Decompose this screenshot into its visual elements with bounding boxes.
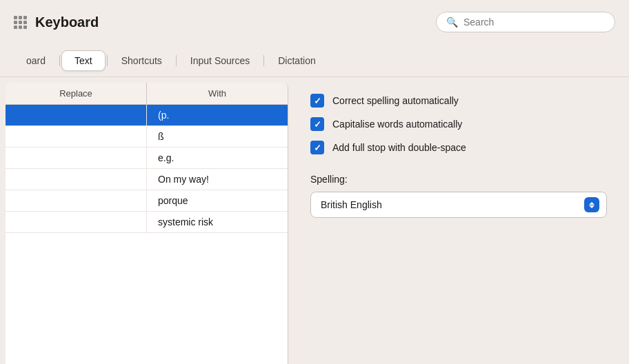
table-row[interactable]: (p.: [6, 105, 288, 126]
table-row[interactable]: ß: [6, 126, 288, 148]
cell-replace: [6, 190, 147, 211]
tab-separator-4: [263, 55, 264, 66]
tab-shortcuts[interactable]: Shortcuts: [109, 51, 174, 70]
header-left: Keyboard: [14, 14, 99, 30]
table-row[interactable]: porque: [6, 190, 288, 212]
tab-dictation[interactable]: Dictation: [266, 51, 328, 70]
table-row[interactable]: systemic risk: [6, 212, 288, 233]
tab-separator-2: [107, 55, 108, 66]
checkboxes-section: Correct spelling automatically Capitalis…: [310, 94, 607, 154]
checkbox-full-stop[interactable]: Add full stop with double-space: [310, 141, 607, 154]
cell-with: (p.: [147, 105, 288, 125]
spelling-section: Spelling: British English: [310, 174, 607, 218]
text-replacement-table: Replace With (p. ß e.g. On my way!: [6, 83, 288, 364]
checkbox-capitalise-words-box[interactable]: [310, 117, 324, 131]
grid-icon[interactable]: [14, 16, 27, 29]
cell-with: e.g.: [147, 148, 288, 168]
cell-replace: [6, 126, 147, 147]
search-box[interactable]: 🔍: [436, 12, 615, 32]
checkbox-full-stop-box[interactable]: [310, 141, 324, 154]
right-panel: Correct spelling automatically Capitalis…: [288, 77, 629, 364]
checkbox-correct-spelling-box[interactable]: [310, 94, 324, 108]
table-header: Replace With: [6, 83, 288, 105]
cell-with: ß: [147, 126, 288, 147]
cell-replace: [6, 212, 147, 232]
tab-text[interactable]: Text: [61, 50, 106, 71]
cell-with: On my way!: [147, 169, 288, 190]
spelling-value: British English: [321, 199, 382, 210]
checkbox-capitalise-words[interactable]: Capitalise words automatically: [310, 117, 607, 131]
cell-replace: [6, 148, 147, 168]
tab-bar: oard Text Shortcuts Input Sources Dictat…: [0, 44, 629, 77]
page-title: Keyboard: [35, 14, 99, 30]
spelling-dropdown[interactable]: British English: [310, 192, 607, 218]
cell-replace: [6, 169, 147, 190]
arrow-down-icon: [589, 205, 595, 208]
checkbox-full-stop-label: Add full stop with double-space: [332, 142, 466, 153]
tab-separator-3: [176, 55, 177, 66]
tab-keyboard[interactable]: oard: [14, 51, 58, 70]
checkbox-capitalise-words-label: Capitalise words automatically: [332, 119, 462, 130]
dropdown-arrows-icon: [584, 197, 599, 212]
tab-input-sources[interactable]: Input Sources: [178, 51, 262, 70]
arrow-up-icon: [589, 202, 595, 205]
table-row[interactable]: e.g.: [6, 148, 288, 169]
checkbox-correct-spelling[interactable]: Correct spelling automatically: [310, 94, 607, 108]
table-rows: (p. ß e.g. On my way! porque systemic ri…: [6, 105, 288, 364]
col-header-with: With: [147, 83, 288, 104]
search-input[interactable]: [463, 17, 605, 28]
main-content: Replace With (p. ß e.g. On my way!: [0, 77, 629, 364]
col-header-replace: Replace: [6, 83, 147, 104]
search-icon: 🔍: [446, 17, 458, 28]
cell-with: porque: [147, 190, 288, 211]
table-row[interactable]: On my way!: [6, 169, 288, 190]
spelling-label: Spelling:: [310, 174, 607, 185]
header: Keyboard 🔍: [0, 0, 629, 44]
checkbox-correct-spelling-label: Correct spelling automatically: [332, 95, 459, 106]
tab-separator-1: [59, 55, 60, 66]
cell-replace: [6, 105, 147, 125]
cell-with: systemic risk: [147, 212, 288, 232]
